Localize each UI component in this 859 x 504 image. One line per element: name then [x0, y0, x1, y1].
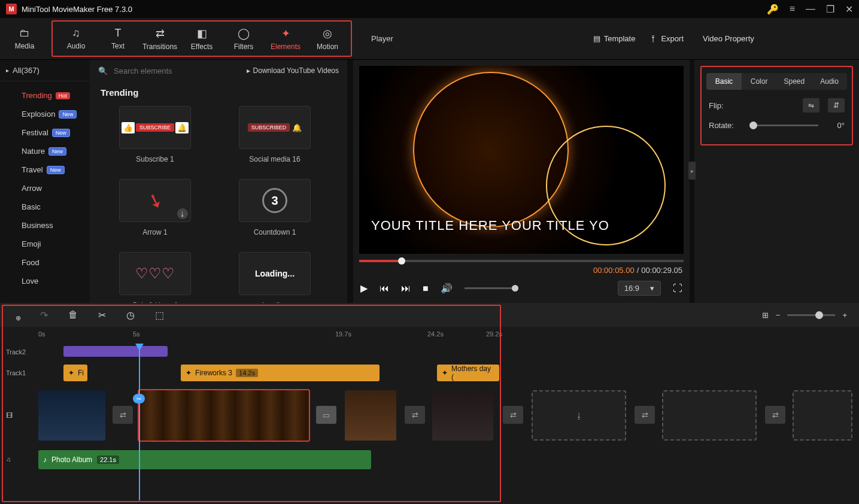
- category-item[interactable]: Basic: [0, 198, 90, 216]
- maximize-icon[interactable]: ❐: [826, 4, 834, 15]
- app-logo-icon: M: [6, 4, 17, 14]
- transition-slot[interactable]: ⇄: [765, 406, 785, 424]
- slider-knob[interactable]: [749, 122, 757, 129]
- tab-transitions[interactable]: ⇄Transitions: [139, 23, 181, 54]
- hot-badge: Hot: [56, 92, 70, 99]
- drop-slot[interactable]: ⭳: [532, 390, 626, 441]
- text-clip[interactable]: [63, 346, 168, 357]
- zoom-slider[interactable]: [787, 314, 835, 316]
- element-card[interactable]: ♡♡♡ Colorful love 1: [110, 252, 200, 309]
- element-card[interactable]: ➘⭳ Arrow 1: [110, 179, 200, 236]
- split-button[interactable]: ✂: [98, 309, 106, 321]
- video-clip[interactable]: [38, 390, 105, 441]
- element-clip[interactable]: ✦Fi: [63, 365, 87, 381]
- element-card[interactable]: 3 Countdown 1: [230, 179, 320, 236]
- category-item[interactable]: FestivalNew: [0, 123, 90, 142]
- rotate-slider[interactable]: [749, 125, 818, 126]
- tab-text[interactable]: TText: [97, 23, 139, 54]
- tab-filters[interactable]: ◯Filters: [223, 23, 265, 54]
- panel-toggle[interactable]: ▸: [688, 162, 696, 180]
- drop-slot[interactable]: [662, 390, 757, 441]
- category-label: Travel: [22, 165, 43, 174]
- category-item[interactable]: Love: [0, 272, 90, 290]
- preview-area[interactable]: YOUR TITLE HERE YOUR TITLE YO: [359, 66, 684, 254]
- fit-timeline-icon[interactable]: ⊞: [762, 311, 769, 320]
- zoom-out-button[interactable]: −: [776, 311, 781, 320]
- element-clip[interactable]: ✦Fireworks 314.2s: [181, 365, 380, 381]
- flip-vertical-button[interactable]: ⇵: [828, 98, 845, 113]
- prop-tab-speed[interactable]: Speed: [777, 73, 812, 90]
- menu-icon[interactable]: ≡: [790, 4, 795, 14]
- tabs-highlight-box: ♫Audio TText ⇄Transitions ◧Effects ◯Filt…: [51, 20, 352, 57]
- property-header: Video Property: [694, 18, 859, 59]
- fullscreen-button[interactable]: ⛶: [673, 283, 682, 294]
- video-clip-selected[interactable]: [139, 390, 309, 441]
- prop-tab-basic[interactable]: Basic: [706, 73, 742, 90]
- add-track-button[interactable]: ⊕: [0, 309, 36, 327]
- tab-motion[interactable]: ◎Motion: [306, 23, 348, 54]
- transition-slot[interactable]: ⇄: [635, 406, 655, 424]
- category-item[interactable]: Emoji: [0, 235, 90, 253]
- element-card[interactable]: Loading... Loading: [230, 252, 320, 309]
- export-button[interactable]: ⭱Export: [649, 34, 684, 43]
- video-clip[interactable]: [345, 390, 396, 441]
- volume-slider[interactable]: [465, 287, 518, 289]
- category-item[interactable]: Business: [0, 216, 90, 235]
- category-item[interactable]: TrendingHot: [0, 86, 90, 105]
- element-clip[interactable]: ✦Mothers day (: [437, 365, 499, 381]
- timeline-ruler[interactable]: ⊕ 0s 5s 19.7s 24.2s 29.2s: [0, 327, 859, 345]
- element-card[interactable]: SUBSCRIBED🔔 Social media 16: [230, 106, 320, 163]
- category-list[interactable]: TrendingHot ExplosionNew FestivalNew Nat…: [0, 81, 90, 303]
- playhead[interactable]: ✂: [139, 345, 140, 500]
- drop-slot[interactable]: [793, 390, 852, 441]
- transition-slot[interactable]: ⇄: [113, 406, 133, 424]
- volume-icon[interactable]: 🔊: [441, 283, 453, 294]
- progress-bar[interactable]: [359, 260, 684, 262]
- new-badge: New: [48, 147, 66, 156]
- download-icon[interactable]: ⭳: [177, 208, 188, 219]
- tab-effects[interactable]: ◧Effects: [181, 23, 223, 54]
- close-icon[interactable]: ✕: [845, 4, 853, 15]
- video-clip[interactable]: [432, 390, 493, 441]
- template-button[interactable]: ▤Template: [593, 34, 636, 43]
- search-input[interactable]: [114, 66, 241, 75]
- category-item[interactable]: TravelNew: [0, 160, 90, 179]
- crop-button[interactable]: ⬚: [155, 309, 164, 321]
- category-item[interactable]: Arrow: [0, 179, 90, 198]
- clip-label: Mothers day (: [451, 365, 494, 381]
- aspect-ratio-select[interactable]: 16:9▾: [618, 281, 661, 296]
- stop-button[interactable]: ■: [423, 283, 429, 294]
- countdown-icon: 3: [262, 188, 287, 213]
- audio-clip[interactable]: ♪ Photo Album 22.1s: [38, 450, 371, 469]
- element-card[interactable]: 👍SUBSCRIBE🔔 Subscribe 1: [110, 106, 200, 163]
- split-handle-icon[interactable]: ✂: [133, 394, 145, 403]
- tab-elements[interactable]: ✦Elements: [265, 23, 306, 54]
- prop-tab-audio[interactable]: Audio: [812, 73, 847, 90]
- category-item[interactable]: Food: [0, 253, 90, 272]
- card-label: Subscribe 1: [110, 155, 200, 163]
- download-youtube-link[interactable]: ▸Download YouTube Videos: [247, 66, 339, 75]
- delete-button[interactable]: 🗑: [68, 309, 78, 320]
- play-button[interactable]: ▶: [360, 283, 368, 294]
- titlebar: M MiniTool MovieMaker Free 7.3.0 🔑 ≡ — ❐…: [0, 0, 859, 18]
- audio-clip-label: Photo Album: [51, 456, 92, 464]
- redo-button[interactable]: ↷: [40, 309, 48, 321]
- tab-audio[interactable]: ♫Audio: [55, 23, 97, 54]
- next-frame-button[interactable]: ⏭: [401, 283, 411, 294]
- minimize-icon[interactable]: —: [806, 4, 815, 14]
- tab-media[interactable]: 🗀 Media: [4, 22, 45, 56]
- prop-tab-color[interactable]: Color: [742, 73, 777, 90]
- key-icon[interactable]: 🔑: [767, 4, 779, 15]
- transition-slot[interactable]: ⇄: [405, 406, 425, 424]
- speed-button[interactable]: ◷: [126, 309, 135, 321]
- transition-slot[interactable]: ▭: [316, 406, 336, 424]
- flip-horizontal-button[interactable]: ⇋: [803, 98, 819, 113]
- category-all[interactable]: All(367): [0, 60, 90, 81]
- zoom-in-button[interactable]: +: [842, 311, 847, 320]
- ruler-mark: 5s: [133, 330, 140, 338]
- transition-slot[interactable]: ⇄: [503, 406, 523, 424]
- category-item[interactable]: NatureNew: [0, 142, 90, 160]
- progress-knob[interactable]: [398, 257, 405, 265]
- prev-frame-button[interactable]: ⏮: [380, 283, 389, 294]
- category-item[interactable]: ExplosionNew: [0, 105, 90, 123]
